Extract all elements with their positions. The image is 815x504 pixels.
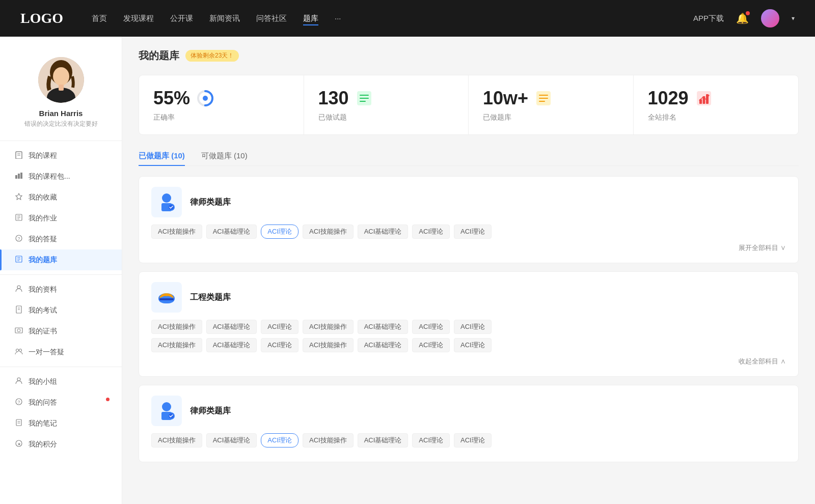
sidebar-label: 我的作业 — [29, 214, 57, 223]
tag[interactable]: ACI基础理论 — [358, 338, 409, 352]
sidebar-item-one-on-one[interactable]: 一对一答疑 — [0, 342, 122, 362]
tag[interactable]: ACI理论 — [412, 320, 450, 334]
svg-rect-9 — [18, 174, 20, 179]
profile-avatar — [38, 57, 84, 103]
tag[interactable]: ACI理论 — [454, 225, 492, 239]
bank-tags-1: ACI技能操作 ACI基础理论 ACI理论 ACI技能操作 ACI基础理论 AC… — [151, 225, 786, 239]
page-title: 我的题库 — [139, 49, 179, 63]
ranking-label: 全站排名 — [648, 113, 784, 122]
trial-badge: 体验剩余23天！ — [185, 50, 239, 62]
collapse-button-2[interactable]: 收起全部科目 ∧ — [739, 357, 786, 365]
nav-open-course[interactable]: 公开课 — [170, 12, 193, 25]
tag[interactable]: ACI理论 — [412, 338, 450, 352]
sidebar-item-question-bank[interactable]: 我的题库 — [0, 249, 122, 270]
tag[interactable]: ACI基础理论 — [206, 433, 257, 447]
tag[interactable]: ACI技能操作 — [151, 225, 202, 239]
sidebar-label: 一对一答疑 — [29, 348, 64, 357]
tag[interactable]: ACI技能操作 — [303, 320, 354, 334]
sidebar-label: 我的答疑 — [29, 235, 57, 244]
nav-more[interactable]: ··· — [335, 12, 341, 25]
sidebar-label: 我的题库 — [29, 256, 57, 265]
svg-point-27 — [17, 329, 20, 332]
tag[interactable]: ACI基础理论 — [206, 225, 257, 239]
tag[interactable]: ACI基础理论 — [358, 433, 409, 447]
tab-available-banks[interactable]: 可做题库 (10) — [201, 147, 248, 166]
tag[interactable]: ACI技能操作 — [151, 338, 202, 352]
sidebar-item-my-qa[interactable]: ? 我的答疑 — [0, 229, 122, 249]
tag[interactable]: ACI技能操作 — [151, 433, 202, 447]
qa-icon: ? — [14, 234, 23, 244]
tag[interactable]: ACI技能操作 — [151, 320, 202, 334]
notification-bell[interactable]: 🔔 — [736, 12, 749, 24]
svg-point-60 — [162, 402, 171, 411]
svg-rect-59 — [160, 298, 173, 300]
tab-done-banks[interactable]: 已做题库 (10) — [139, 147, 185, 166]
nav-news[interactable]: 新闻资讯 — [209, 12, 240, 25]
sidebar-item-favorites[interactable]: 我的收藏 — [0, 187, 122, 208]
svg-text:?: ? — [17, 400, 20, 405]
nav-links: 首页 发现课程 公开课 新闻资讯 问答社区 题库 ··· — [92, 12, 673, 25]
my-courses-icon — [14, 151, 23, 160]
tag[interactable]: ACI基础理论 — [206, 338, 257, 352]
homework-icon — [14, 213, 23, 223]
sidebar-item-my-courses[interactable]: 我的课程 — [0, 145, 122, 166]
user-dropdown-arrow[interactable]: ▾ — [792, 15, 795, 22]
bank-icon-lawyer-1 — [151, 187, 182, 217]
svg-rect-4 — [59, 85, 64, 91]
nav-home[interactable]: 首页 — [92, 12, 107, 25]
svg-point-40 — [203, 96, 208, 101]
sidebar-item-course-package[interactable]: 我的课程包... — [0, 166, 122, 187]
nav-question-bank[interactable]: 题库 — [303, 12, 318, 25]
tag[interactable]: ACI技能操作 — [303, 433, 354, 447]
tag[interactable]: ACI理论 — [261, 320, 298, 334]
tag[interactable]: ACI理论 — [454, 433, 492, 447]
accuracy-label: 正确率 — [153, 113, 289, 122]
tag[interactable]: ACI理论 — [412, 225, 450, 239]
sidebar-item-my-group[interactable]: 我的小组 — [0, 371, 122, 392]
done-banks-icon — [534, 89, 553, 107]
done-questions-value: 130 — [318, 88, 349, 109]
tag[interactable]: ACI技能操作 — [303, 338, 354, 352]
sidebar-item-certificate[interactable]: 我的证书 — [0, 321, 122, 342]
sidebar-item-my-questions[interactable]: ? 我的问答 — [0, 392, 122, 413]
navbar-right: APP下载 🔔 ▾ — [693, 9, 795, 27]
accuracy-icon — [196, 89, 214, 107]
bank-footer-1: 展开全部科目 ∨ — [151, 243, 786, 253]
svg-rect-10 — [20, 173, 22, 179]
nav-discover[interactable]: 发现课程 — [123, 12, 154, 25]
tag[interactable]: ACI理论 — [261, 338, 298, 352]
app-download-button[interactable]: APP下载 — [693, 14, 724, 23]
sidebar-label: 我的小组 — [29, 377, 57, 386]
my-info-icon — [14, 285, 23, 294]
sidebar-item-my-points[interactable]: ★ 我的积分 — [0, 434, 122, 455]
bank-icon-engineer — [151, 282, 182, 313]
tag[interactable]: ACI理论 — [454, 320, 492, 334]
bank-tags-2-row1: ACI技能操作 ACI基础理论 ACI理论 ACI技能操作 ACI基础理论 AC… — [151, 320, 786, 334]
expand-button-1[interactable]: 展开全部科目 ∨ — [739, 244, 786, 251]
sidebar-label: 我的考试 — [29, 306, 57, 315]
notification-dot — [746, 11, 750, 15]
user-avatar[interactable] — [761, 9, 779, 27]
sidebar-item-my-exam[interactable]: 我的考试 — [0, 300, 122, 321]
stat-ranking: 1029 全站排名 — [634, 75, 799, 134]
tag[interactable]: ACI理论 — [412, 433, 450, 447]
tag[interactable]: ACI基础理论 — [206, 320, 257, 334]
favorites-icon — [14, 192, 23, 202]
tag[interactable]: ACI基础理论 — [358, 225, 409, 239]
svg-text:★: ★ — [17, 442, 21, 446]
sidebar-item-my-info[interactable]: 我的资料 — [0, 279, 122, 300]
notes-icon — [14, 418, 23, 428]
sidebar-item-homework[interactable]: 我的作业 — [0, 208, 122, 229]
sidebar-menu: 我的课程 我的课程包... 我的收藏 我的作业 — [0, 145, 122, 455]
sidebar-item-my-notes[interactable]: 我的笔记 — [0, 413, 122, 434]
tag[interactable]: ACI基础理论 — [358, 320, 409, 334]
page-layout: Brian Harris 错误的决定比没有决定要好 我的课程 我的课程包... — [0, 37, 815, 504]
sidebar-label: 我的积分 — [29, 440, 57, 449]
bank-card-3: 律师类题库 ACI技能操作 ACI基础理论 ACI理论 ACI技能操作 ACI基… — [139, 385, 799, 462]
tag[interactable]: ACI技能操作 — [303, 225, 354, 239]
tag-active[interactable]: ACI理论 — [261, 433, 298, 447]
page-header: 我的题库 体验剩余23天！ — [139, 49, 799, 63]
tag[interactable]: ACI理论 — [454, 338, 492, 352]
nav-qa[interactable]: 问答社区 — [256, 12, 287, 25]
tag-active[interactable]: ACI理论 — [261, 225, 298, 239]
